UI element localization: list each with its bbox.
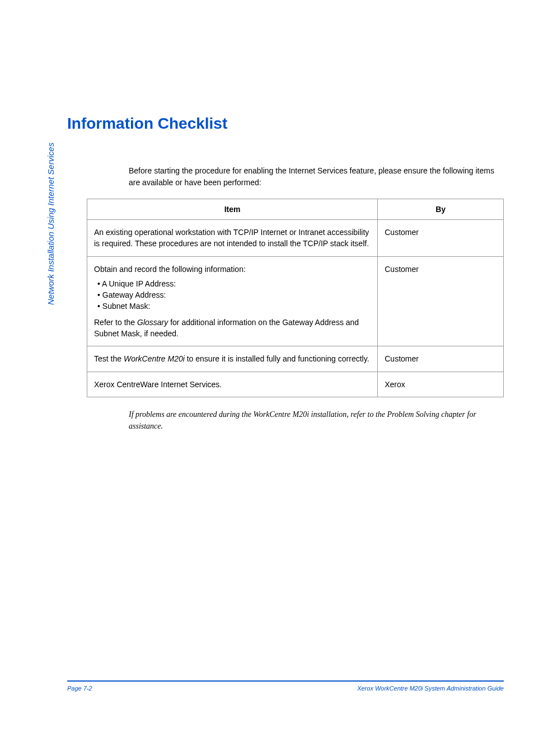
table-row: Test the WorkCentre M20i to ensure it is… bbox=[87, 346, 504, 372]
table-row: An existing operational workstation with… bbox=[87, 220, 504, 257]
cell-item: Obtain and record the following informat… bbox=[87, 256, 378, 346]
cell-by: Xerox bbox=[378, 372, 504, 397]
lead-text: Obtain and record the following informat… bbox=[94, 264, 371, 275]
cell-by: Customer bbox=[378, 220, 504, 257]
header-item: Item bbox=[87, 199, 378, 220]
list-item: Subnet Mask: bbox=[97, 300, 371, 312]
cell-item: An existing operational workstation with… bbox=[87, 220, 378, 257]
checklist-table: Item By An existing operational workstat… bbox=[87, 199, 504, 397]
bullet-list: A Unique IP Address: Gateway Address: Su… bbox=[97, 278, 371, 312]
list-item: Gateway Address: bbox=[97, 289, 371, 300]
table-row: Obtain and record the following informat… bbox=[87, 256, 504, 346]
footer-page-number: Page 7-2 bbox=[67, 685, 92, 692]
cell-by: Customer bbox=[378, 256, 504, 346]
header-by: By bbox=[378, 199, 504, 220]
footer-guide-title: Xerox WorkCentre M20i System Administrat… bbox=[357, 685, 504, 692]
cell-item: Xerox CentreWare Internet Services. bbox=[87, 372, 378, 397]
tail-text: Refer to the Glossary for additional inf… bbox=[94, 317, 371, 340]
note-paragraph: If problems are encountered during the W… bbox=[129, 408, 504, 432]
page-title: Information Checklist bbox=[67, 115, 504, 133]
sidebar-section-label: Network Installation Using Internet Serv… bbox=[46, 143, 55, 305]
cell-by: Customer bbox=[378, 346, 504, 372]
table-header-row: Item By bbox=[87, 199, 504, 220]
main-content: Information Checklist Before starting th… bbox=[67, 115, 504, 432]
list-item: A Unique IP Address: bbox=[97, 278, 371, 289]
table-row: Xerox CentreWare Internet Services. Xero… bbox=[87, 372, 504, 397]
intro-paragraph: Before starting the procedure for enabli… bbox=[129, 165, 504, 189]
page-footer: Page 7-2 Xerox WorkCentre M20i System Ad… bbox=[67, 680, 504, 692]
cell-item: Test the WorkCentre M20i to ensure it is… bbox=[87, 346, 378, 372]
